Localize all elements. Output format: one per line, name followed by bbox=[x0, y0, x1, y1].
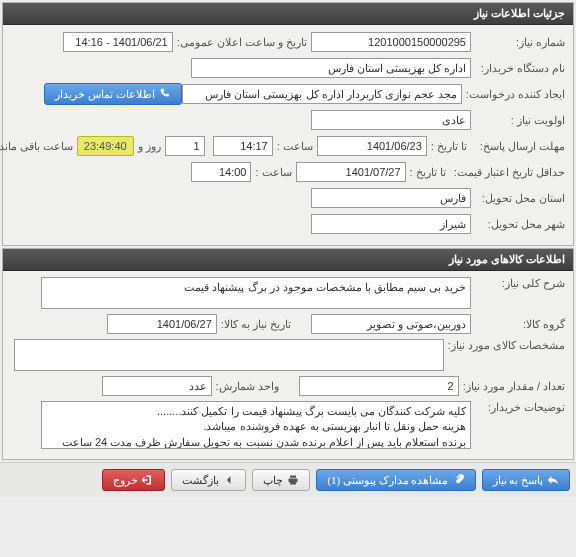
label-priority: اولویت نیاز : bbox=[475, 114, 565, 127]
label-buyer: نام دستگاه خریدار: bbox=[475, 62, 565, 75]
input-city[interactable] bbox=[311, 214, 471, 234]
textarea-buyer-notes[interactable] bbox=[41, 401, 471, 449]
print-button[interactable]: چاپ bbox=[252, 469, 310, 491]
attachment-icon bbox=[453, 474, 465, 486]
row-resp-deadline: مهلت ارسال پاسخ: تا تاریخ : ساعت : روز و… bbox=[11, 135, 565, 157]
print-label: چاپ bbox=[263, 474, 283, 487]
label-qty: تعداد / مقدار مورد نیاز: bbox=[463, 380, 565, 393]
phone-icon bbox=[159, 88, 171, 100]
exit-label: خروج bbox=[113, 474, 138, 487]
row-goods-group: گروه کالا: تاریخ نیاز به کالا: bbox=[11, 313, 565, 335]
input-buyer[interactable] bbox=[191, 58, 471, 78]
input-priority[interactable] bbox=[311, 110, 471, 130]
textarea-goods-spec[interactable] bbox=[14, 339, 444, 371]
label-price-todate: تا تاریخ : bbox=[410, 166, 446, 179]
contact-buyer-label: اطلاعات تماس خریدار bbox=[55, 88, 155, 101]
label-buyer-notes: توضیحات خریدار: bbox=[475, 401, 565, 414]
need-info-body: شماره نیاز: تاریخ و ساعت اعلان عمومی: نا… bbox=[3, 25, 573, 245]
back-button[interactable]: بازگشت bbox=[171, 469, 246, 491]
footer-bar: پاسخ به نیاز مشاهده مدارک پیوستی (1) چاپ… bbox=[0, 462, 576, 497]
row-province: استان محل تحویل: bbox=[11, 187, 565, 209]
label-need-desc: شرح کلی نیاز: bbox=[475, 277, 565, 290]
exit-button[interactable]: خروج bbox=[102, 469, 165, 491]
row-priority: اولویت نیاز : bbox=[11, 109, 565, 131]
label-day-and: روز و bbox=[138, 140, 161, 153]
input-qty[interactable] bbox=[299, 376, 459, 396]
label-need-to-date: تاریخ نیاز به کالا: bbox=[221, 318, 291, 331]
row-qty: تعداد / مقدار مورد نیاز: واحد شمارش: bbox=[11, 375, 565, 397]
input-unit[interactable] bbox=[102, 376, 212, 396]
label-resp-deadline: مهلت ارسال پاسخ: bbox=[475, 140, 565, 153]
label-city: شهر محل تحویل: bbox=[475, 218, 565, 231]
print-icon bbox=[287, 474, 299, 486]
need-info-panel: جزئیات اطلاعات نیاز شماره نیاز: تاریخ و … bbox=[2, 2, 574, 246]
input-price-todate[interactable] bbox=[296, 162, 406, 182]
row-need-desc: شرح کلی نیاز: bbox=[11, 277, 565, 309]
input-price-hour[interactable] bbox=[191, 162, 251, 182]
input-need-no[interactable] bbox=[311, 32, 471, 52]
input-pub-datetime[interactable] bbox=[63, 32, 173, 52]
badge-remaining-time: 23:49:40 bbox=[77, 136, 134, 156]
input-resp-days[interactable] bbox=[165, 136, 205, 156]
input-resp-hour[interactable] bbox=[213, 136, 273, 156]
label-price-hour: ساعت : bbox=[255, 166, 291, 179]
label-resp-hour: ساعت : bbox=[277, 140, 313, 153]
label-pub-datetime: تاریخ و ساعت اعلان عمومی: bbox=[177, 36, 307, 49]
back-icon bbox=[223, 474, 235, 486]
label-goods-spec: مشخصات کالای مورد نیاز: bbox=[448, 339, 565, 352]
goods-info-header: اطلاعات کالاهای مورد نیاز bbox=[3, 249, 573, 271]
input-province[interactable] bbox=[311, 188, 471, 208]
label-resp-todate: تا تاریخ : bbox=[431, 140, 467, 153]
row-buyer-notes: توضیحات خریدار: bbox=[11, 401, 565, 449]
row-need-no: شماره نیاز: تاریخ و ساعت اعلان عمومی: bbox=[11, 31, 565, 53]
label-province: استان محل تحویل: bbox=[475, 192, 565, 205]
goods-info-panel: اطلاعات کالاهای مورد نیاز شرح کلی نیاز: … bbox=[2, 248, 574, 460]
input-goods-group[interactable] bbox=[311, 314, 471, 334]
label-need-no: شماره نیاز: bbox=[475, 36, 565, 49]
label-requester: ایجاد کننده درخواست: bbox=[466, 88, 565, 101]
row-price-valid: حداقل تاریخ اعتبار قیمت: تا تاریخ : ساعت… bbox=[11, 161, 565, 183]
label-remaining: ساعت باقی مانده bbox=[0, 140, 73, 153]
back-label: بازگشت bbox=[182, 474, 219, 487]
exit-icon bbox=[142, 474, 154, 486]
need-info-header: جزئیات اطلاعات نیاز bbox=[3, 3, 573, 25]
goods-info-body: شرح کلی نیاز: گروه کالا: تاریخ نیاز به ک… bbox=[3, 271, 573, 459]
attachments-label: مشاهده مدارک پیوستی (1) bbox=[327, 474, 448, 487]
attachments-button[interactable]: مشاهده مدارک پیوستی (1) bbox=[316, 469, 475, 491]
reply-icon bbox=[547, 474, 559, 486]
row-city: شهر محل تحویل: bbox=[11, 213, 565, 235]
row-buyer: نام دستگاه خریدار: bbox=[11, 57, 565, 79]
contact-buyer-button[interactable]: اطلاعات تماس خریدار bbox=[44, 83, 182, 105]
row-goods-spec: مشخصات کالای مورد نیاز: bbox=[11, 339, 565, 371]
row-requester: ایجاد کننده درخواست: اطلاعات تماس خریدار bbox=[11, 83, 565, 105]
label-unit: واحد شمارش: bbox=[216, 380, 279, 393]
label-goods-group: گروه کالا: bbox=[475, 318, 565, 331]
textarea-need-desc[interactable] bbox=[41, 277, 471, 309]
respond-button[interactable]: پاسخ به نیاز bbox=[482, 469, 571, 491]
label-price-valid: حداقل تاریخ اعتبار قیمت: bbox=[454, 166, 565, 179]
input-requester[interactable] bbox=[182, 84, 462, 104]
input-resp-todate[interactable] bbox=[317, 136, 427, 156]
input-need-to-date[interactable] bbox=[107, 314, 217, 334]
respond-label: پاسخ به نیاز bbox=[493, 474, 544, 487]
